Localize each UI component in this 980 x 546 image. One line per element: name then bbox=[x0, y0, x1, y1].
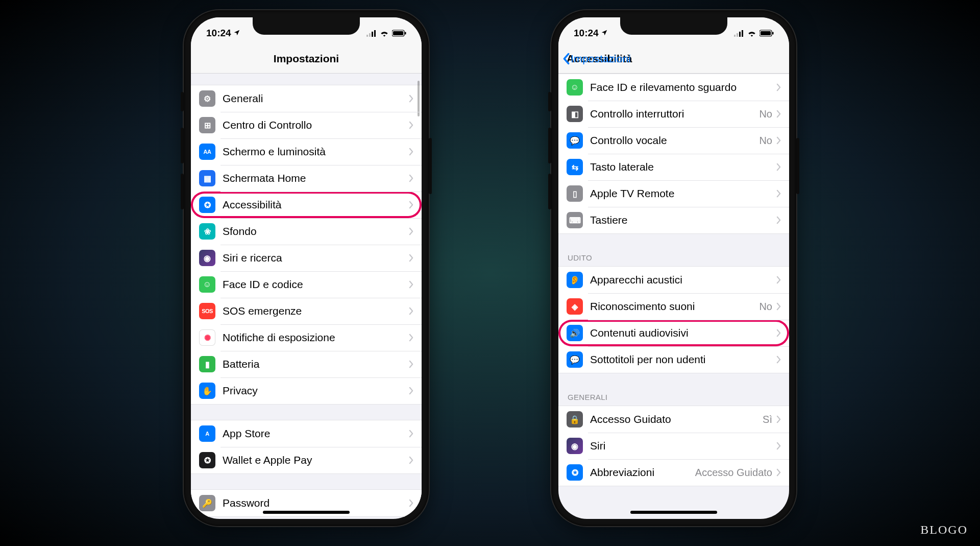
wifi-icon bbox=[380, 30, 389, 37]
row-label: Centro di Controllo bbox=[223, 119, 409, 131]
row-tasto-laterale[interactable]: ⇆Tasto laterale bbox=[558, 154, 789, 180]
svg-rect-5 bbox=[393, 31, 403, 35]
volume-up-button bbox=[548, 128, 551, 163]
row-riconoscimento-suoni[interactable]: ◈Riconoscimento suoniNo bbox=[558, 293, 789, 320]
chevron-right-icon bbox=[409, 334, 413, 342]
row-label: Sfondo bbox=[223, 225, 409, 238]
svg-rect-7 bbox=[734, 35, 736, 37]
chevron-right-icon bbox=[409, 360, 413, 368]
settings-group: UDITO👂Apparecchi acustici◈Riconoscimento… bbox=[558, 249, 789, 373]
battery-icon bbox=[392, 30, 406, 37]
row-generali-icon: ⚙ bbox=[199, 90, 215, 107]
row-controllo-interruttori-icon: ◧ bbox=[567, 106, 583, 122]
volume-down-button bbox=[181, 174, 184, 209]
row-sos[interactable]: SOSSOS emergenze bbox=[191, 298, 422, 324]
row-label: Notifiche di esposizione bbox=[223, 331, 409, 344]
svg-rect-6 bbox=[405, 32, 406, 35]
chevron-right-icon bbox=[409, 174, 413, 182]
row-centro-controllo[interactable]: ⊞Centro di Controllo bbox=[191, 112, 422, 138]
row-controllo-vocale[interactable]: 💬Controllo vocaleNo bbox=[558, 127, 789, 154]
chevron-right-icon bbox=[409, 387, 413, 395]
row-label: Password bbox=[223, 497, 409, 509]
row-batteria[interactable]: ▮Batteria bbox=[191, 351, 422, 377]
row-label: Face ID e codice bbox=[223, 278, 409, 291]
row-wallet[interactable]: ✪Wallet e Apple Pay bbox=[191, 447, 422, 473]
row-riconoscimento-suoni-icon: ◈ bbox=[567, 298, 583, 315]
settings-group: GENERALI🔒Accesso GuidatoSì◉Siri✪Abbrevia… bbox=[558, 389, 789, 486]
row-accesso-guidato-icon: 🔒 bbox=[567, 411, 583, 428]
group-header: UDITO bbox=[558, 249, 789, 266]
row-privacy-icon: ✋ bbox=[199, 383, 215, 399]
row-label: Abbreviazioni bbox=[590, 466, 695, 479]
chevron-right-icon bbox=[776, 442, 781, 450]
settings-list[interactable]: ⚙Generali⊞Centro di ControlloAASchermo e… bbox=[191, 74, 422, 519]
row-tastiere[interactable]: ⌨Tastiere bbox=[558, 207, 789, 233]
back-label: Impostazioni bbox=[571, 53, 631, 65]
row-schermata-home[interactable]: ▦Schermata Home bbox=[191, 165, 422, 192]
row-label: Controllo vocale bbox=[590, 134, 759, 147]
home-indicator[interactable] bbox=[630, 511, 717, 514]
power-button bbox=[796, 138, 799, 194]
row-label: Controllo interruttori bbox=[590, 108, 759, 120]
row-faceid-sguardo-icon: ☺ bbox=[567, 79, 583, 96]
page-title: Impostazioni bbox=[191, 53, 422, 65]
row-apparecchi-acustici[interactable]: 👂Apparecchi acustici bbox=[558, 267, 789, 293]
row-siri-icon: ◉ bbox=[567, 438, 583, 454]
row-notifiche-esposizione[interactable]: ✺Notifiche di esposizione bbox=[191, 324, 422, 351]
settings-group: ⚙Generali⊞Centro di ControlloAASchermo e… bbox=[191, 85, 422, 405]
back-button[interactable]: Impostazioni bbox=[562, 53, 631, 65]
row-accessibilita[interactable]: ✪Accessibilità bbox=[191, 192, 422, 218]
location-icon bbox=[233, 28, 240, 39]
row-label: Batteria bbox=[223, 358, 409, 370]
row-siri-ricerca[interactable]: ◉Siri e ricerca bbox=[191, 245, 422, 271]
group-header: GENERALI bbox=[558, 389, 789, 406]
cellular-icon bbox=[366, 30, 377, 37]
row-label: Siri e ricerca bbox=[223, 252, 409, 264]
chevron-right-icon bbox=[776, 302, 781, 311]
row-label: Generali bbox=[223, 92, 409, 105]
chevron-right-icon bbox=[776, 136, 781, 145]
row-contenuti-audiovisivi[interactable]: 🔊Contenuti audiovisivi bbox=[558, 320, 789, 346]
row-label: Siri bbox=[590, 440, 776, 452]
row-wallet-icon: ✪ bbox=[199, 452, 215, 468]
row-generali[interactable]: ⚙Generali bbox=[191, 85, 422, 112]
row-label: Accesso Guidato bbox=[590, 413, 763, 425]
chevron-right-icon bbox=[776, 83, 781, 91]
row-faceid-sguardo[interactable]: ☺Face ID e rilevamento sguardo bbox=[558, 74, 789, 101]
row-siri[interactable]: ◉Siri bbox=[558, 433, 789, 459]
row-value: No bbox=[759, 135, 772, 147]
row-accesso-guidato[interactable]: 🔒Accesso GuidatoSì bbox=[558, 406, 789, 433]
row-siri-ricerca-icon: ◉ bbox=[199, 250, 215, 266]
row-tastiere-icon: ⌨ bbox=[567, 212, 583, 228]
row-faceid[interactable]: ☺Face ID e codice bbox=[191, 271, 422, 298]
row-privacy[interactable]: ✋Privacy bbox=[191, 377, 422, 404]
chevron-right-icon bbox=[776, 216, 781, 224]
chevron-right-icon bbox=[409, 227, 413, 235]
status-time: 10:24 bbox=[574, 28, 599, 39]
svg-rect-1 bbox=[369, 33, 371, 37]
row-apple-tv-remote-icon: ▯ bbox=[567, 185, 583, 202]
row-label: SOS emergenze bbox=[223, 305, 409, 317]
row-appstore[interactable]: AApp Store bbox=[191, 420, 422, 447]
row-abbreviazioni[interactable]: ✪AbbreviazioniAccesso Guidato bbox=[558, 459, 789, 486]
row-schermata-home-icon: ▦ bbox=[199, 170, 215, 186]
row-apple-tv-remote[interactable]: ▯Apple TV Remote bbox=[558, 180, 789, 207]
svg-rect-8 bbox=[737, 33, 738, 37]
accessibility-list[interactable]: ☺Face ID e rilevamento sguardo◧Controllo… bbox=[558, 74, 789, 519]
svg-rect-9 bbox=[739, 32, 741, 37]
chevron-right-icon bbox=[776, 110, 781, 118]
row-sottotitoli[interactable]: 💬Sottotitoli per non udenti bbox=[558, 346, 789, 373]
volume-down-button bbox=[548, 174, 551, 209]
row-controllo-interruttori[interactable]: ◧Controllo interruttoriNo bbox=[558, 101, 789, 127]
row-label: Apple TV Remote bbox=[590, 187, 776, 200]
row-accessibilita-icon: ✪ bbox=[199, 197, 215, 213]
chevron-right-icon bbox=[409, 280, 413, 289]
chevron-right-icon bbox=[409, 307, 413, 315]
row-schermo[interactable]: AASchermo e luminosità bbox=[191, 138, 422, 165]
chevron-right-icon bbox=[776, 189, 781, 198]
home-indicator[interactable] bbox=[263, 511, 350, 514]
chevron-right-icon bbox=[776, 329, 781, 337]
row-sfondo[interactable]: ❀Sfondo bbox=[191, 218, 422, 245]
svg-rect-10 bbox=[742, 30, 743, 37]
volume-up-button bbox=[181, 128, 184, 163]
